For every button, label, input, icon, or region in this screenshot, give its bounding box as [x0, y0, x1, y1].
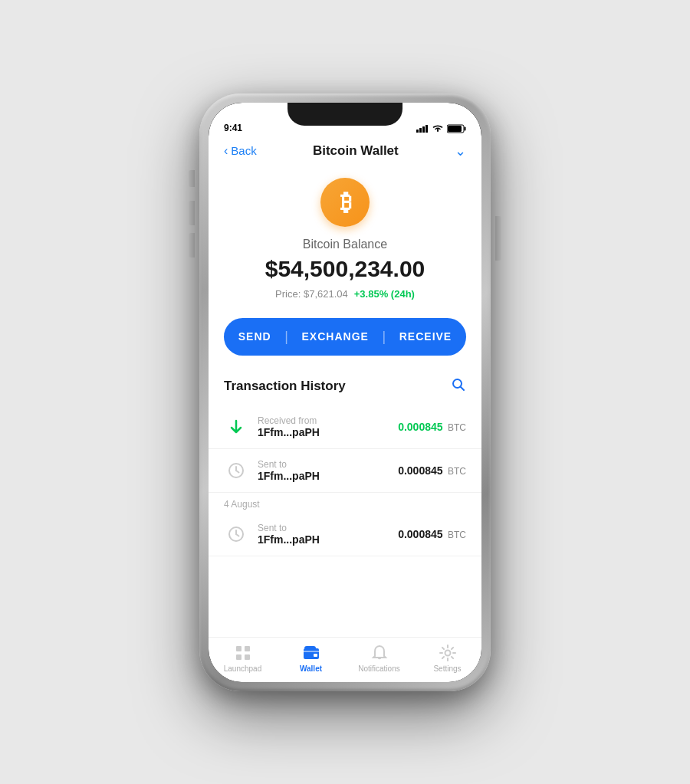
svg-rect-1 [419, 128, 422, 133]
svg-rect-2 [422, 126, 425, 133]
nav-item-notifications[interactable]: Notifications [345, 644, 413, 673]
tx-value-2: 0.000845 [398, 464, 442, 477]
phone-device: 9:41 [199, 93, 491, 691]
svg-rect-18 [245, 654, 250, 660]
balance-section: ₿ Bitcoin Balance $54,500,234.00 Price: … [209, 166, 481, 315]
svg-rect-20 [314, 654, 317, 657]
silent-switch [189, 170, 195, 187]
tx-type-1: Received from [258, 415, 389, 426]
svg-point-21 [445, 650, 450, 655]
tx-currency-1: BTC [448, 422, 466, 433]
tx-value-1: 0.000845 [398, 421, 442, 433]
settings-icon [439, 644, 457, 662]
nav-label-notifications: Notifications [358, 664, 399, 673]
bottom-navigation: Launchpad Wallet [209, 637, 481, 682]
tx-address-3: 1Ffm...paPH [258, 533, 389, 546]
nav-label-wallet: Wallet [300, 664, 322, 673]
chevron-down-icon[interactable]: ⌄ [455, 143, 466, 159]
bell-icon [370, 644, 389, 662]
transaction-item-received[interactable]: Received from 1Ffm...paPH 0.000845 BTC [209, 405, 481, 449]
clock-icon [227, 461, 245, 480]
svg-line-8 [461, 386, 465, 390]
phone-body: 9:41 [209, 103, 481, 682]
back-label: Back [231, 144, 256, 157]
price-change: +3.85% (24h) [354, 288, 415, 300]
svg-rect-5 [465, 126, 466, 130]
action-bar: SEND | EXCHANGE | RECEIVE [224, 318, 466, 356]
bitcoin-symbol: ₿ [340, 189, 352, 215]
svg-line-14 [236, 534, 239, 536]
clock-icon [227, 525, 245, 543]
tx-amount-2: 0.000845 BTC [398, 464, 466, 477]
nav-label-launchpad: Launchpad [224, 664, 262, 673]
send-button[interactable]: SEND [238, 330, 271, 343]
transaction-history-header: Transaction History [209, 371, 481, 405]
svg-rect-0 [416, 130, 419, 133]
price-label: Price: $7,621.04 [275, 288, 348, 300]
wallet-icon [302, 644, 320, 662]
svg-rect-15 [236, 646, 242, 651]
status-icons [416, 124, 466, 133]
phone-frame: 9:41 [199, 93, 491, 691]
tx-value-3: 0.000845 [398, 528, 442, 540]
clock-icon-2 [224, 522, 248, 546]
phone-screen: 9:41 [209, 103, 481, 682]
date-separator: 4 August [209, 493, 481, 513]
signal-icon [416, 125, 429, 133]
bitcoin-icon: ₿ [320, 178, 370, 227]
back-button[interactable]: ‹ Back [224, 144, 257, 158]
balance-amount: $54,500,234.00 [265, 256, 426, 282]
svg-line-11 [236, 471, 239, 473]
received-icon [224, 415, 248, 439]
svg-rect-17 [236, 654, 242, 660]
status-time: 9:41 [224, 123, 242, 133]
tx-currency-3: BTC [448, 530, 466, 540]
tx-currency-2: BTC [448, 466, 466, 477]
arrow-down-icon [227, 418, 245, 436]
svg-rect-3 [426, 125, 428, 133]
search-icon [451, 377, 466, 392]
tx-amount-3: 0.000845 BTC [398, 527, 466, 541]
grid-icon [234, 644, 252, 662]
page-title: Bitcoin Wallet [313, 143, 399, 159]
wifi-icon [432, 125, 444, 133]
exchange-button[interactable]: EXCHANGE [302, 330, 369, 343]
nav-label-settings: Settings [433, 664, 461, 673]
power-button [495, 216, 501, 261]
balance-label: Bitcoin Balance [303, 238, 387, 251]
transaction-info-2: Sent to 1Ffm...paPH [258, 459, 389, 482]
tx-address-1: 1Ffm...paPH [258, 426, 389, 438]
transaction-history-title: Transaction History [224, 379, 346, 394]
volume-down-button [189, 233, 195, 258]
volume-up-button [189, 201, 195, 225]
tx-amount-1: 0.000845 BTC [398, 420, 466, 434]
nav-item-settings[interactable]: Settings [413, 644, 481, 673]
transaction-item-sent-2[interactable]: Sent to 1Ffm...paPH 0.000845 BTC [209, 513, 481, 556]
nav-item-wallet[interactable]: Wallet [277, 644, 345, 673]
transaction-item-sent-1[interactable]: Sent to 1Ffm...paPH 0.000845 BTC [209, 449, 481, 493]
divider-2: | [382, 329, 386, 345]
battery-icon [447, 124, 466, 133]
phone-notch [288, 103, 402, 126]
nav-item-launchpad[interactable]: Launchpad [209, 644, 277, 673]
price-row: Price: $7,621.04 +3.85% (24h) [275, 288, 415, 300]
main-content: ₿ Bitcoin Balance $54,500,234.00 Price: … [209, 166, 481, 637]
search-button[interactable] [451, 377, 466, 396]
tx-address-2: 1Ffm...paPH [258, 470, 389, 482]
receive-button[interactable]: RECEIVE [399, 330, 452, 343]
chevron-left-icon: ‹ [224, 144, 228, 158]
svg-rect-6 [448, 126, 462, 132]
tx-type-2: Sent to [258, 459, 389, 470]
navigation-bar: ‹ Back Bitcoin Wallet ⌄ [209, 136, 481, 166]
transaction-info-3: Sent to 1Ffm...paPH [258, 523, 389, 546]
tx-type-3: Sent to [258, 523, 389, 533]
divider-1: | [284, 329, 288, 345]
clock-icon-1 [224, 458, 248, 483]
svg-rect-16 [245, 646, 250, 651]
transaction-info-1: Received from 1Ffm...paPH [258, 415, 389, 438]
